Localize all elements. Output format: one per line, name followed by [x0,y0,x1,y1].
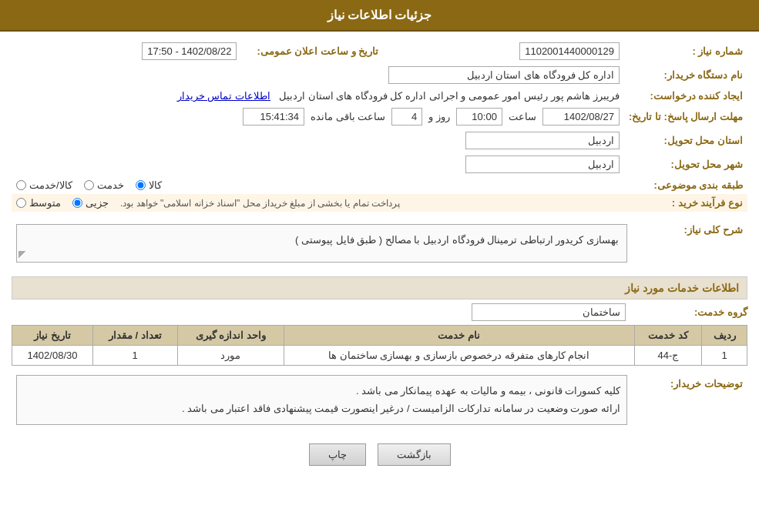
short-desc-label: شرح کلی نیاز: [632,218,747,269]
delivery-province-label: استان محل تحویل: [624,129,747,152]
short-desc-row: شرح کلی نیاز: بهسازی کریدور ارتباطی ترمی… [12,218,747,269]
row-buyer-org: نام دستگاه خریدار: اداره کل فرودگاه های … [12,63,747,87]
row-deadline: مهلت ارسال پاسخ: تا تاریخ: 15:41:34 ساعت… [12,105,747,129]
info-table: شماره نیاز : 1102001440000129 تاریخ و سا… [12,39,747,212]
col-unit: واحد اندازه گیری [177,326,284,346]
page-wrapper: جزئیات اطلاعات نیاز شماره نیاز : 1102001… [0,0,759,532]
print-button[interactable]: چاپ [309,443,366,466]
resize-handle[interactable] [18,251,28,260]
service-group-value: ساختمان [472,303,626,321]
buyer-org-value: اداره کل فرودگاه های استان اردبیل [388,66,620,84]
row-city: شهر محل تحویل: اردبیل [12,152,747,176]
requester-label: ایجاد کننده درخواست: [624,87,747,105]
col-date: تاریخ نیاز [12,326,93,346]
reply-time-label: ساعت [509,111,536,122]
buyer-org-label: نام دستگاه خریدار: [624,63,747,87]
button-bar: بازگشت چاپ [12,434,747,475]
table-row: 1ج-44انجام کارهای متفرقه درخصوص بازسازی … [12,346,747,366]
reply-days: 4 [391,108,422,125]
category-option-kala[interactable]: کالا [136,179,162,191]
service-group-row: گروه خدمت: ساختمان [12,303,747,321]
process-radio-motavas[interactable] [16,198,26,208]
requester-name: فریبرز هاشم پور رئیس امور عمومی و اجرائی… [279,90,620,102]
process-type-label: نوع فرآیند خرید : [624,194,747,212]
short-desc-table: شرح کلی نیاز: بهسازی کریدور ارتباطی ترمی… [12,218,747,269]
contact-info-link[interactable]: اطلاعات تماس خریدار [177,90,270,102]
row-province: استان محل تحویل: اردبیل [12,129,747,152]
need-number-value: 1102001440000129 [519,42,620,60]
back-button[interactable]: بازگشت [378,443,451,466]
buyer-notes-table: توضیحات خریدار: کلیه کسورات قانونی ، بیم… [12,372,747,428]
short-desc-value: بهسازی کریدور ارتباطی ترمینال فرودگاه ار… [295,234,619,246]
reply-day-label: روز و [428,111,450,122]
process-option-jozi[interactable]: جزیی [72,197,109,209]
deadline-label: مهلت ارسال پاسخ: تا تاریخ: [624,105,747,129]
category-radio-kala-khedmat[interactable] [16,180,26,190]
category-radio-khedmat[interactable] [84,180,94,190]
page-title: جزئیات اطلاعات نیاز [327,8,432,22]
col-service-code: کد خدمت [634,326,702,346]
process-radio-group: متوسط جزیی [16,197,109,209]
remaining-time: 15:41:34 [243,108,304,125]
process-label-motavas: متوسط [29,197,61,209]
delivery-province-value: اردبیل [465,132,620,149]
category-radio-group: کالا/خدمت خدمت کالا [16,179,620,191]
page-header: جزئیات اطلاعات نیاز [0,0,759,32]
need-number-label: شماره نیاز : [624,39,747,63]
row-process-type: نوع فرآیند خرید : متوسط جزیی [12,194,747,212]
buyer-notes-line1: کلیه کسورات قانونی ، بیمه و مالیات به عه… [23,382,620,400]
services-header-row: ردیف کد خدمت نام خدمت واحد اندازه گیری ت… [12,326,747,346]
service-group-label: گروه خدمت: [632,306,747,318]
process-option-motavas[interactable]: متوسط [16,197,61,209]
row-category: طبقه بندی موضوعی: کالا/خدمت خدمت [12,176,747,194]
row-need-number: شماره نیاز : 1102001440000129 تاریخ و سا… [12,39,747,63]
process-label-jozi: جزیی [86,197,109,209]
category-label: طبقه بندی موضوعی: [624,176,747,194]
delivery-city-value: اردبیل [465,156,620,173]
row-requester: ایجاد کننده درخواست: فریبرز هاشم پور رئی… [12,87,747,105]
process-note: پرداخت تمام یا بخشی از مبلغ خریداز محل "… [120,198,400,209]
buyer-notes-line2: ارائه صورت وضعیت در سامانه تدارکات الزام… [23,400,620,417]
reply-date: 1402/08/27 [542,108,620,125]
services-table: ردیف کد خدمت نام خدمت واحد اندازه گیری ت… [12,325,747,366]
col-row-num: ردیف [702,326,747,346]
buyer-notes-row: توضیحات خریدار: کلیه کسورات قانونی ، بیم… [12,372,747,428]
short-desc-box: بهسازی کریدور ارتباطی ترمینال فرودگاه ار… [16,224,627,263]
buyer-notes-label: توضیحات خریدار: [632,372,747,428]
col-service-name: نام خدمت [284,326,634,346]
category-label-kala-khedmat: کالا/خدمت [29,179,72,191]
category-label-khedmat: خدمت [97,179,124,191]
col-quantity: تعداد / مقدار [92,326,177,346]
reply-time: 10:00 [456,108,502,125]
category-radio-kala[interactable] [136,180,146,190]
process-radio-jozi[interactable] [72,198,82,208]
category-label-kala: کالا [149,179,162,191]
category-option-khedmat[interactable]: خدمت [84,179,124,191]
remaining-label: ساعت باقی مانده [311,111,385,122]
delivery-city-label: شهر محل تحویل: [624,152,747,176]
category-option-kala-khedmat[interactable]: کالا/خدمت [16,179,72,191]
services-section-title: اطلاعات خدمات مورد نیاز [12,276,747,299]
main-content: شماره نیاز : 1102001440000129 تاریخ و سا… [0,32,759,483]
announcement-date-label: تاریخ و ساعت اعلان عمومی: [241,39,383,63]
announcement-date-value: 1402/08/22 - 17:50 [142,42,237,60]
buyer-notes-box: کلیه کسورات قانونی ، بیمه و مالیات به عه… [16,375,627,425]
